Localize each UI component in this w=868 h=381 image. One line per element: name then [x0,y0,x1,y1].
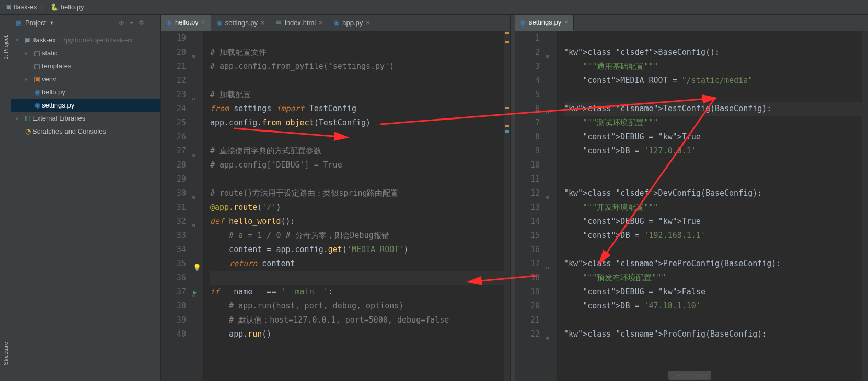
code-line[interactable]: def hello_world(): [210,215,504,229]
code-line[interactable]: "const">DEBUG = "kw">True [564,215,862,229]
info-marker[interactable] [505,130,509,133]
marker-strip-right [862,31,868,381]
fold-icon[interactable]: ⊟ [546,331,549,346]
tab-index-html[interactable]: ▤index.html× [270,15,328,31]
code-line[interactable]: # route()方法用于设定路由；类似spring路由配置 [210,186,504,200]
code-line[interactable] [210,74,504,88]
tab-hello-py[interactable]: ◉hello.py× [161,15,211,31]
close-tab-icon[interactable]: × [564,19,568,26]
code-line[interactable]: "kw">class "clsdef">BaseConfig(): [564,45,862,59]
fold-icon[interactable]: ⊟ [192,289,195,303]
tab-settings-py[interactable]: ◉settings.py× [515,15,574,31]
project-title-label: Project [25,19,46,27]
code-line[interactable] [564,158,862,172]
code-line[interactable]: "kw">class "clsname">ProConfig(BaseConfi… [564,327,862,341]
code-line[interactable]: if __name__ == '__main__': [210,285,504,299]
folder-icon: ▢ [32,62,42,70]
collapse-icon[interactable]: ÷ [130,19,133,27]
fold-icon[interactable]: ⊟ [546,106,549,120]
code-line[interactable] [210,31,504,45]
code-line[interactable]: "const">DB = '192.168.1.1' [564,229,862,243]
project-title[interactable]: ▦ Project ▼ [16,19,54,27]
editor-left-split: ◉hello.py×◉settings.py×▤index.html×◉app.… [161,15,511,381]
code-line[interactable] [564,88,862,102]
project-tree[interactable]: ▾▣flask-ex F:\pythonProject\flask-ex▸▢st… [11,31,160,381]
tree-item-flask-ex[interactable]: ▾▣flask-ex F:\pythonProject\flask-ex [11,33,160,46]
fold-icon[interactable]: ⊟ [192,148,195,162]
code-line[interactable] [210,130,504,144]
code-line[interactable]: @app.route('/') [210,200,504,215]
code-line[interactable]: # 加载配置文件 [210,45,504,59]
code-line[interactable]: "const">DEBUG = "kw">True [564,130,862,144]
project-tool-button[interactable]: 1: Project [3,35,9,59]
code-line[interactable]: content = app.config.get('MEDIA_ROOT') [210,243,504,257]
breadcrumb-file[interactable]: hello.py [61,3,84,11]
settings-icon[interactable]: ✲ [138,19,144,27]
fold-icon[interactable]: ⊟ [192,219,195,233]
warning-marker[interactable] [505,32,509,34]
code-line[interactable]: "kw">class "clsname">PreProConfig(BaseCo… [564,257,862,271]
tree-item-venv[interactable]: ▸▣venv [11,73,160,86]
code-lines-right[interactable]: "kw">class "clsdef">BaseConfig(): """通用基… [558,31,862,381]
breadcrumb-folder[interactable]: flask-ex [14,3,37,11]
fold-icon[interactable]: ⊟ [546,190,549,205]
code-line[interactable] [564,31,862,45]
code-line[interactable] [210,172,504,186]
breadcrumb-class[interactable]: TestConfig [668,371,711,380]
code-lines-left[interactable]: # 加载配置文件# app.config.from_pyfile('settin… [204,31,504,381]
code-line[interactable]: # 直接使用字典的方式配置参数 [210,144,504,158]
code-line[interactable]: """通用基础配置""" [564,59,862,74]
code-line[interactable] [564,172,862,186]
code-line[interactable]: return content [210,257,504,271]
code-line[interactable]: # 加载配置 [210,88,504,102]
intention-bulb-icon[interactable]: 💡 [193,260,201,275]
code-line[interactable]: "const">DEBUG = "kw">False [564,285,862,299]
code-line[interactable]: "kw">class "clsdef">DevConfig(BaseConfig… [564,186,862,200]
warning-marker[interactable] [505,41,509,43]
code-line[interactable]: # 默认值：host=127.0.0.1, port=5000, debug=f… [210,313,504,327]
code-line[interactable]: # app.run(host, port, debug, options) [210,299,504,313]
code-line[interactable]: app.config.from_object(TestConfig) [210,116,504,130]
locate-icon[interactable]: ⊕ [119,19,124,27]
close-tab-icon[interactable]: × [366,19,369,27]
tree-item-hello-py[interactable]: ◉hello.py [11,86,160,99]
code-line[interactable]: "const">DB = '127.0.0.1' [564,144,862,158]
close-tab-icon[interactable]: × [261,19,264,27]
code-line[interactable] [210,271,504,285]
fold-icon[interactable]: ⊟ [546,50,549,64]
code-line[interactable]: """测试环境配置""" [564,116,862,130]
code-view-right[interactable]: 12345678910111213141516171819202122 ⊟⊟⊟⊟… [515,31,868,381]
fold-icon[interactable]: ⊟ [546,261,549,275]
code-line[interactable]: # app.config.from_pyfile('settings.py') [210,59,504,74]
fold-icon[interactable]: ⊟ [192,92,195,106]
editor-splitter[interactable] [511,15,515,381]
warning-marker[interactable] [505,125,509,127]
code-line[interactable]: """开发环境配置""" [564,200,862,215]
tree-item-settings-py[interactable]: ◉settings.py [11,99,160,112]
tree-item-external-libraries[interactable]: ▸⫿⫿External Libraries [11,112,160,125]
dropdown-icon[interactable]: ▼ [49,20,54,26]
code-line[interactable]: # a = 1 / 0 # 分母为零，则会Debug报错 [210,229,504,243]
code-line[interactable]: """预发布环境配置""" [564,271,862,285]
code-line[interactable]: "kw">class "clsname">TestConfig(BaseConf… [564,102,862,116]
structure-tool-button[interactable]: Structure [3,342,9,365]
close-tab-icon[interactable]: × [319,19,322,27]
tab-app-py[interactable]: ◉app.py× [328,15,375,31]
code-line[interactable]: "const">MEDIA_ROOT = "/static/media" [564,74,862,88]
hide-icon[interactable]: — [149,19,156,27]
tab-settings-py[interactable]: ◉settings.py× [211,15,270,31]
code-view-left[interactable]: 1920212223242526272829303132333435363738… [161,31,510,381]
fold-icon[interactable]: ⊟ [192,190,195,205]
tree-item-static[interactable]: ▸▢static [11,46,160,59]
code-line[interactable]: "const">DB = '47.18.1.10' [564,299,862,313]
close-tab-icon[interactable]: × [202,19,205,26]
code-line[interactable]: from settings import TestConfig [210,102,504,116]
tree-item-scratches-and-consoles[interactable]: ◔Scratches and Consoles [11,125,160,138]
code-line[interactable] [564,243,862,257]
tree-item-templates[interactable]: ▢templates [11,59,160,73]
code-line[interactable]: # app.config['DEBUG'] = True [210,158,504,172]
fold-icon[interactable]: ⊟ [192,50,195,64]
code-line[interactable] [564,313,862,327]
code-line[interactable]: app.run() [210,327,504,341]
warning-marker[interactable] [505,107,509,109]
